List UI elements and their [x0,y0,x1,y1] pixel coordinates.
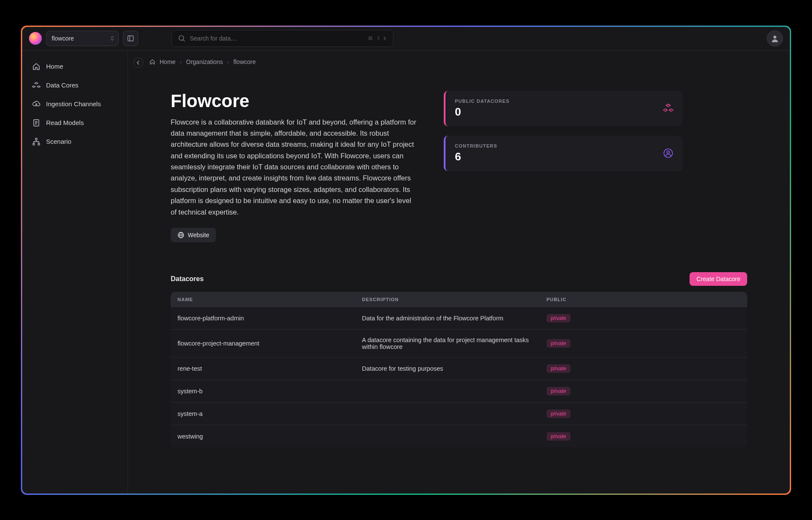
cell-name: flowcore-platform-admin [171,307,355,330]
column-header-public: Public [540,292,747,307]
home-icon [32,62,41,71]
privacy-badge: private [547,432,570,441]
website-button[interactable]: Website [171,228,216,242]
chevron-right-icon: › [227,58,229,65]
create-datacore-button[interactable]: Create Datacore [690,272,747,286]
table-row[interactable]: flowcore-project-managementA datacore co… [171,330,747,357]
table-row[interactable]: system-aprivate [171,403,747,425]
sidebar-item-ingestion[interactable]: Ingestion Channels [26,95,123,113]
cell-description: Data for the administration of the Flowc… [355,307,539,330]
svg-rect-11 [38,143,40,145]
column-header-description: Description [355,292,539,307]
cell-public: private [540,330,747,357]
cell-description [355,425,539,448]
table-row[interactable]: westwingprivate [171,425,747,448]
sidebar-item-label: Data Cores [46,81,79,89]
document-icon [32,118,41,128]
svg-point-16 [667,151,669,154]
search-field[interactable]: ⌘ ⇧ k [172,30,393,47]
sidebar-item-home[interactable]: Home [26,58,123,76]
cell-description [355,380,539,403]
breadcrumb-organizations[interactable]: Organizations [186,58,223,65]
svg-rect-9 [35,138,37,140]
org-selector-value: flowcore [52,35,74,42]
cell-description: A datacore containing the data for proje… [355,330,539,357]
topbar: flowcore ⌘ ⇧ k [22,27,790,51]
sidebar-item-scenario[interactable]: Scenario [26,133,123,151]
search-icon [178,35,186,42]
org-selector[interactable]: flowcore [46,31,119,46]
column-header-name: Name [171,292,355,307]
cubes-icon [663,103,673,113]
cell-public: private [540,357,747,380]
breadcrumb-home[interactable]: Home [160,58,175,65]
sidebar-item-label: Home [46,63,63,70]
cell-name: flowcore-project-management [171,330,355,357]
cloud-upload-icon [32,99,41,109]
sidebar-item-readmodels[interactable]: Read Models [26,114,123,132]
cell-name: system-a [171,403,355,425]
chevron-right-icon: › [180,58,182,65]
stat-value: 0 [455,105,509,119]
svg-rect-10 [33,143,35,145]
page-title: Flowcore [171,91,418,111]
svg-point-4 [774,36,777,39]
breadcrumb-current: flowcore [233,58,256,65]
sidebar-item-datacores[interactable]: Data Cores [26,76,123,94]
back-button[interactable] [133,58,143,68]
cell-public: private [540,403,747,425]
cell-description: Datacore for testing purposes [355,357,539,380]
cell-name: westwing [171,425,355,448]
cubes-icon [32,81,41,90]
panel-toggle-button[interactable] [123,31,138,46]
cell-name: rene-test [171,357,355,380]
sidebar-item-label: Read Models [46,119,84,126]
user-circle-icon [663,148,673,158]
arrow-left-icon [136,60,141,65]
chevron-updown-icon [111,36,114,41]
user-icon [770,34,780,43]
stat-label: PUBLIC DATACORES [455,99,509,104]
svg-point-2 [179,36,184,41]
privacy-badge: private [547,387,570,395]
table-row[interactable]: rene-testDatacore for testing purposespr… [171,357,747,380]
user-avatar[interactable] [767,30,783,46]
cell-public: private [540,425,747,448]
table-row[interactable]: system-bprivate [171,380,747,403]
section-title: Datacores [171,275,204,283]
cell-public: private [540,380,747,403]
datacores-table: Name Description Public flowcore-platfor… [171,292,747,447]
stat-card-contributers: CONTRIBUTERS 6 [444,136,683,171]
stat-label: CONTRIBUTERS [455,143,497,148]
home-icon [149,59,155,65]
cell-description [355,403,539,425]
cell-name: system-b [171,380,355,403]
globe-icon [178,232,184,238]
main-content: Home › Organizations › flowcore Flowcore… [128,51,790,494]
stat-value: 6 [455,150,497,163]
page-description: Flowcore is a collaborative databank for… [171,116,418,218]
app-window: flowcore ⌘ ⇧ k [22,27,790,494]
svg-rect-0 [128,36,134,41]
svg-line-3 [183,40,185,41]
stat-card-datacores: PUBLIC DATACORES 0 [444,91,683,126]
network-icon [32,137,41,146]
cell-public: private [540,307,747,330]
search-kbd-hint: ⌘ ⇧ k [368,35,387,41]
breadcrumb: Home › Organizations › flowcore [128,51,790,65]
privacy-badge: private [547,364,570,373]
table-row[interactable]: flowcore-platform-adminData for the admi… [171,307,747,330]
privacy-badge: private [547,314,570,322]
privacy-badge: private [547,339,570,348]
privacy-badge: private [547,410,570,418]
website-button-label: Website [188,232,209,238]
panel-icon [127,35,134,42]
search-input[interactable] [190,35,364,42]
logo [29,32,42,45]
sidebar: Home Data Cores Ingestion Channels [22,51,128,494]
sidebar-item-label: Ingestion Channels [46,100,101,107]
sidebar-item-label: Scenario [46,138,71,145]
